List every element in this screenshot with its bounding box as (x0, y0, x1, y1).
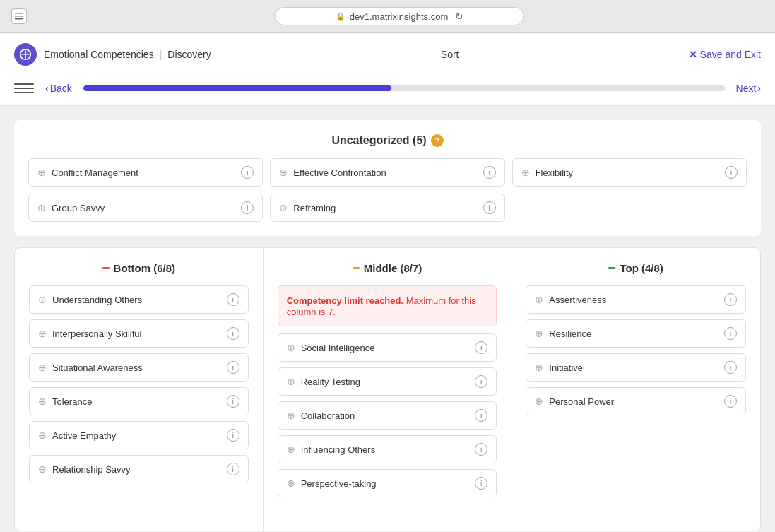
list-item[interactable]: ⊕ Group Savvy i (28, 194, 263, 222)
middle-dot (353, 267, 360, 269)
list-item[interactable]: ⊕ Understanding Others i (29, 285, 249, 314)
bottom-header: Bottom (6/8) (29, 262, 249, 274)
lock-icon: 🔒 (336, 12, 345, 21)
info-icon[interactable]: i (241, 166, 254, 179)
info-icon[interactable]: i (227, 327, 239, 340)
app-header: Emotional Competencies | Discovery Sort … (0, 33, 775, 106)
top-items: ⊕ Assertiveness i ⊕ Resilience i ⊕ Initi (526, 285, 746, 415)
info-icon[interactable]: i (227, 293, 239, 306)
drag-icon: ⊕ (38, 294, 47, 305)
middle-column: Middle (8/7) Competency limit reached. M… (264, 248, 512, 531)
drag-icon: ⊕ (38, 430, 47, 441)
info-icon[interactable]: i (483, 201, 496, 214)
svg-rect-2 (15, 18, 23, 20)
item-label: Initiative (549, 362, 583, 373)
info-icon[interactable]: i (725, 166, 738, 179)
item-label: Effective Confrontation (293, 167, 386, 178)
item-label: Tolerance (52, 396, 92, 407)
save-exit-label: Save and Exit (700, 49, 761, 60)
info-icon[interactable]: i (483, 166, 496, 179)
address-text: dev1.matrixinsights.com (350, 11, 448, 22)
menu-icon[interactable] (14, 78, 34, 98)
info-icon[interactable]: i (724, 293, 737, 306)
next-chevron: › (757, 83, 761, 94)
alert-box: Competency limit reached. Maximum for th… (278, 285, 497, 326)
refresh-icon[interactable]: ↻ (455, 11, 463, 22)
list-item[interactable]: ⊕ Situational Awareness i (29, 353, 249, 382)
list-item[interactable]: ⊕ Resilience i (526, 319, 746, 348)
drag-icon: ⊕ (287, 444, 295, 455)
back-chevron: ‹ (45, 83, 49, 94)
info-icon[interactable]: i (475, 341, 487, 354)
address-bar[interactable]: 🔒 dev1.matrixinsights.com ↻ (275, 7, 524, 25)
list-item[interactable]: ⊕ Interpersonally Skillful i (29, 319, 249, 348)
item-label: Personal Power (549, 396, 614, 407)
alert-bold: Competency limit reached. (287, 295, 403, 306)
list-item[interactable]: ⊕ Personal Power i (526, 387, 746, 415)
top-dot (608, 267, 615, 269)
top-header: Top (4/8) (526, 262, 746, 274)
item-label: Reality Testing (301, 377, 360, 387)
list-item[interactable]: ⊕ Conflict Management i (28, 158, 263, 187)
list-item[interactable]: ⊕ Effective Confrontation i (270, 158, 504, 187)
item-label: Influencing Others (301, 444, 376, 455)
drag-icon: ⊕ (535, 396, 543, 407)
item-label: Flexibility (536, 167, 573, 178)
list-item[interactable]: ⊕ Tolerance i (29, 387, 249, 415)
list-item[interactable]: ⊕ Flexibility i (512, 158, 747, 187)
middle-header: Middle (8/7) (278, 262, 497, 274)
info-icon[interactable]: i (475, 409, 487, 422)
item-label: Resilience (549, 329, 591, 339)
next-button[interactable]: Next › (736, 83, 761, 94)
item-label: Conflict Management (52, 167, 138, 178)
info-icon[interactable]: i (227, 463, 239, 475)
info-icon[interactable]: i (724, 395, 737, 408)
item-label: Social Intelligence (301, 343, 375, 353)
save-exit-button[interactable]: ✕ Save and Exit (689, 49, 761, 60)
drag-icon: ⊕ (535, 294, 543, 305)
list-item[interactable]: ⊕ Influencing Others i (278, 435, 497, 463)
back-label: Back (50, 83, 72, 94)
brand-icon (14, 43, 37, 66)
info-icon[interactable]: i (227, 429, 239, 442)
list-item[interactable]: ⊕ Social Intelligence i (278, 333, 497, 362)
info-icon[interactable]: i (724, 361, 737, 374)
brand-sub: Discovery (167, 49, 211, 60)
list-item[interactable]: ⊕ Reframing i (270, 194, 504, 222)
info-icon[interactable]: i (475, 477, 487, 490)
list-item[interactable]: ⊕ Collaboration i (278, 401, 497, 430)
info-icon[interactable]: i (241, 201, 254, 214)
drag-icon: ⊕ (279, 202, 288, 213)
bottom-dot (102, 267, 110, 269)
list-item[interactable]: ⊕ Initiative i (526, 353, 746, 382)
x-icon: ✕ (689, 49, 697, 60)
sorted-section: Bottom (6/8) ⊕ Understanding Others i ⊕ … (14, 247, 761, 531)
info-icon[interactable]: i (227, 395, 239, 408)
brand-title: Emotional Competencies (44, 49, 154, 60)
drag-icon: ⊕ (38, 362, 47, 373)
drag-icon: ⊕ (521, 167, 530, 178)
item-label: Active Empathy (52, 430, 116, 441)
info-icon[interactable]: i (475, 443, 487, 456)
drag-icon: ⊕ (279, 167, 288, 178)
sidebar-toggle-btn[interactable] (11, 8, 27, 24)
list-item[interactable]: ⊕ Relationship Savvy i (29, 455, 249, 483)
top-label: Top (4/8) (620, 262, 663, 274)
list-item[interactable]: ⊕ Perspective-taking i (278, 469, 497, 497)
drag-icon: ⊕ (287, 410, 295, 421)
item-label: Assertiveness (549, 295, 606, 305)
list-item[interactable]: ⊕ Active Empathy i (29, 421, 249, 449)
list-item[interactable]: ⊕ Reality Testing i (278, 367, 497, 396)
info-icon[interactable]: i (227, 361, 239, 374)
question-icon: ? (431, 134, 444, 147)
item-label: Collaboration (301, 410, 355, 421)
info-icon[interactable]: i (724, 327, 737, 340)
uncategorized-header: Uncategorized (5) ? (28, 134, 747, 147)
info-icon[interactable]: i (475, 375, 487, 388)
svg-rect-1 (15, 16, 23, 17)
back-button[interactable]: ‹ Back (45, 83, 72, 94)
item-label: Situational Awareness (52, 362, 143, 373)
next-label: Next (736, 83, 757, 94)
uncategorized-grid: ⊕ Conflict Management i ⊕ Effective Conf… (28, 158, 747, 222)
list-item[interactable]: ⊕ Assertiveness i (526, 285, 746, 314)
